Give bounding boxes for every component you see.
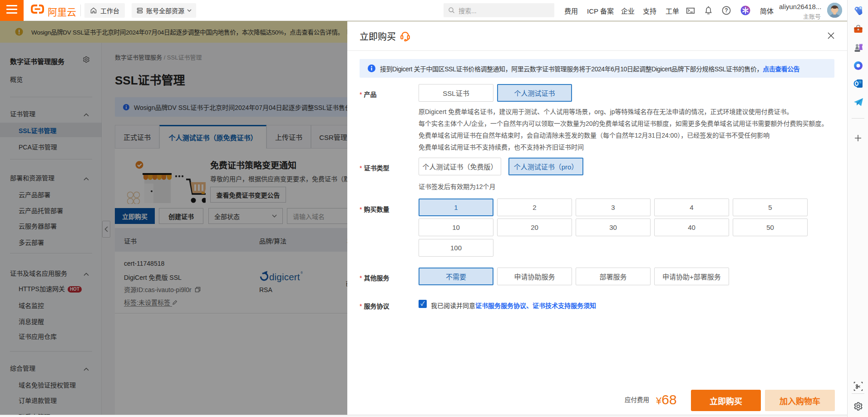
svg-text:阿里云: 阿里云	[48, 7, 76, 17]
svg-text:?: ?	[725, 7, 728, 14]
